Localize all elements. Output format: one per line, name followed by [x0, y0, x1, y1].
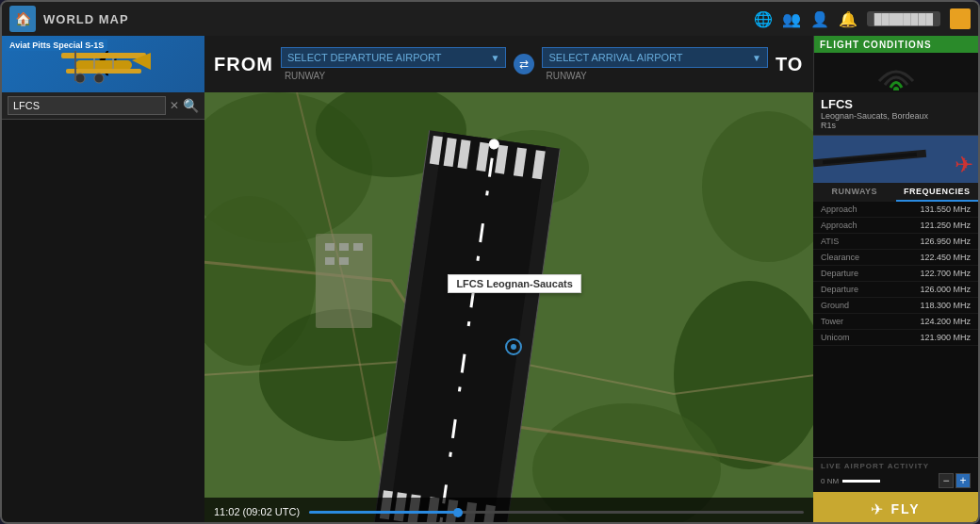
- airport-popup: LFCS Leognan-Saucats: [448, 274, 580, 293]
- svg-rect-22: [339, 243, 349, 251]
- live-activity-label: LIVE AIRPORT ACTIVITY: [821, 462, 971, 470]
- freq-type: Tower: [821, 317, 843, 326]
- profile-label[interactable]: ████████: [867, 11, 940, 26]
- app-frame: 🏠 WORLD MAP 🌐 👥 👤 🔔 ████████ Aviat Pitts…: [0, 0, 980, 524]
- flight-conditions-body: [814, 53, 978, 92]
- user-icon[interactable]: 👤: [810, 10, 829, 28]
- airport-subtitle: R1s: [821, 121, 971, 130]
- svg-point-8: [94, 74, 104, 83]
- header-nav: Aviat Pitts Special S-1S ✈: [2, 36, 978, 92]
- fly-button[interactable]: ✈ FLY: [813, 492, 978, 524]
- zoom-controls: − +: [939, 473, 971, 488]
- freq-row: Ground118.300 MHz: [813, 298, 978, 314]
- time-bar: 11:02 (09:02 UTC): [204, 498, 813, 524]
- world-map-title: WORLD MAP: [43, 12, 129, 26]
- departure-arrow-icon: ▼: [491, 53, 500, 63]
- airport-name: Leognan-Saucats, Bordeaux: [821, 111, 971, 121]
- signal-icon: [874, 55, 919, 90]
- globe-icon[interactable]: 🌐: [754, 10, 773, 28]
- time-slider-fill: [309, 511, 457, 514]
- freq-value: 124.200 MHz: [920, 317, 971, 326]
- freq-row: Departure126.000 MHz: [813, 282, 978, 298]
- freq-value: 122.450 MHz: [920, 253, 971, 262]
- live-activity-bar: 0 NM − +: [821, 473, 971, 488]
- terrain-map: [204, 92, 813, 524]
- freq-value: 121.250 MHz: [920, 221, 971, 230]
- freq-type: ATIS: [821, 237, 839, 246]
- from-label: FROM: [214, 54, 273, 75]
- scale-bar: [842, 480, 880, 483]
- freq-value: 131.550 MHz: [920, 205, 971, 214]
- zoom-out-button[interactable]: −: [939, 473, 954, 488]
- airport-popup-text: LFCS Leognan-Saucats: [456, 278, 572, 289]
- from-to-section: FROM SELECT DEPARTURE AIRPORT ▼ RUNWAY ⇄…: [204, 36, 813, 92]
- departure-runway-label: RUNWAY: [281, 71, 507, 81]
- svg-rect-2: [66, 69, 141, 74]
- frequencies-table: Approach131.550 MHzApproach121.250 MHzAT…: [813, 202, 978, 457]
- svg-rect-0: [75, 60, 132, 70]
- departure-dropdown[interactable]: SELECT DEPARTURE AIRPORT ▼: [281, 47, 507, 68]
- clear-icon[interactable]: ✕: [170, 99, 179, 112]
- airport-thumbnail: ✈: [813, 136, 978, 183]
- users-icon[interactable]: 👥: [782, 10, 801, 28]
- map-area[interactable]: LFCS Leognan-Saucats 11:02 (09:02 UTC): [204, 92, 813, 524]
- freq-type: Unicom: [821, 333, 850, 342]
- top-bar-right: 🌐 👥 👤 🔔 ████████: [754, 8, 971, 29]
- freq-type: Approach: [821, 221, 858, 230]
- freq-row: ATIS126.950 MHz: [813, 234, 978, 250]
- bell-icon[interactable]: 🔔: [839, 10, 858, 28]
- time-slider[interactable]: [309, 511, 804, 514]
- flight-conditions-title: FLIGHT CONDITIONS: [820, 40, 932, 50]
- freq-type: Ground: [821, 301, 849, 310]
- zoom-in-button[interactable]: +: [956, 473, 971, 488]
- tab-runways[interactable]: RUNWAYS: [813, 183, 896, 202]
- nm-label: 0 NM: [821, 477, 839, 485]
- freq-value: 121.900 MHz: [920, 333, 971, 342]
- arrival-dropdown[interactable]: SELECT ARRIVAL AIRPORT ▼: [542, 47, 768, 68]
- top-bar: 🏠 WORLD MAP 🌐 👥 👤 🔔 ████████: [2, 2, 978, 36]
- arrival-arrow-icon: ▼: [752, 53, 761, 63]
- svg-point-7: [75, 74, 85, 83]
- svg-rect-21: [325, 243, 335, 251]
- arrival-runway-label: RUNWAY: [542, 71, 768, 81]
- main-content: ✕ 🔍: [2, 92, 978, 524]
- freq-row: Departure122.700 MHz: [813, 266, 978, 282]
- aircraft-name-tag: Aviat Pitts Special S-1S: [6, 40, 107, 51]
- status-square: [950, 8, 971, 29]
- airport-code: LFCS: [821, 97, 971, 111]
- departure-group: SELECT DEPARTURE AIRPORT ▼ RUNWAY: [281, 47, 507, 81]
- left-sidebar: ✕ 🔍: [2, 92, 204, 524]
- airline-logo-icon: ✈: [955, 152, 973, 178]
- search-icon[interactable]: 🔍: [183, 98, 199, 113]
- freq-row: Unicom121.900 MHz: [813, 330, 978, 346]
- freq-row: Clearance122.450 MHz: [813, 250, 978, 266]
- aircraft-panel[interactable]: Aviat Pitts Special S-1S ✈: [2, 36, 204, 92]
- flight-conditions-panel: FLIGHT CONDITIONS: [813, 36, 978, 92]
- tab-frequencies[interactable]: FREQUENCIES: [896, 183, 979, 202]
- svg-rect-25: [339, 257, 349, 265]
- svg-rect-23: [353, 243, 363, 251]
- freq-type: Departure: [821, 285, 858, 294]
- freq-row: Approach121.250 MHz: [813, 218, 978, 234]
- svg-rect-1: [61, 53, 146, 58]
- time-slider-thumb: [453, 508, 463, 517]
- airport-info-header: LFCS Leognan-Saucats, Bordeaux R1s: [813, 92, 978, 136]
- search-bar: ✕ 🔍: [2, 92, 204, 120]
- search-input[interactable]: [8, 96, 166, 115]
- freq-value: 122.700 MHz: [920, 269, 971, 278]
- freq-row: Tower124.200 MHz: [813, 314, 978, 330]
- home-button[interactable]: 🏠: [9, 6, 36, 32]
- freq-type: Approach: [821, 205, 858, 214]
- right-panel: LFCS Leognan-Saucats, Bordeaux R1s ✈ RUN…: [813, 92, 978, 524]
- svg-rect-24: [325, 257, 335, 265]
- arrival-group: SELECT ARRIVAL AIRPORT ▼ RUNWAY: [542, 47, 768, 81]
- arrival-placeholder: SELECT ARRIVAL AIRPORT: [548, 52, 682, 63]
- swap-button[interactable]: ⇄: [514, 54, 534, 74]
- flight-conditions-header: FLIGHT CONDITIONS: [814, 36, 978, 53]
- departure-placeholder: SELECT DEPARTURE AIRPORT: [287, 52, 442, 63]
- svg-point-62: [511, 344, 516, 350]
- freq-row: Approach131.550 MHz: [813, 202, 978, 218]
- freq-value: 126.000 MHz: [920, 285, 971, 294]
- fly-button-label: FLY: [890, 501, 920, 516]
- live-activity: LIVE AIRPORT ACTIVITY 0 NM − +: [813, 457, 978, 492]
